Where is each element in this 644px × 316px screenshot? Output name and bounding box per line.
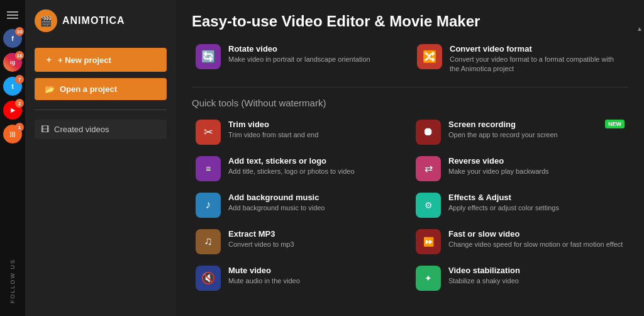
created-videos-label: Created videos (54, 125, 109, 134)
instagram-badge: 16 (15, 51, 24, 60)
rotate-video-title: Rotate video (228, 44, 370, 54)
trim-video-icon: ✂ (196, 120, 221, 145)
speed-video-desc: Change video speed for slow motion or fa… (448, 240, 623, 249)
logo-text: ANIMOTICA (62, 15, 125, 26)
effects-tool[interactable]: ⚙ Effects & Adjust Apply effects or adju… (412, 189, 628, 222)
effects-text: Effects & Adjust Apply effects or adjust… (448, 193, 559, 213)
folder-icon: 📂 (45, 84, 55, 94)
plus-icon: ＋ (45, 54, 53, 65)
main-content: Easy-to-use Video Editor & Movie Maker 🔄… (176, 0, 644, 316)
add-text-tool[interactable]: ≡ Add text, stickers or logo Add title, … (192, 152, 408, 185)
screen-recording-icon: ⏺ (416, 120, 441, 145)
top-tools-section: 🔄 Rotate video Make video in portrait or… (192, 40, 628, 87)
youtube-badge: 2 (15, 99, 24, 108)
reverse-video-desc: Make your video play backwards (448, 167, 549, 176)
stabilization-icon: ✦ (416, 266, 441, 291)
trim-video-tool[interactable]: ✂ Trim video Trim video from start and e… (192, 116, 408, 149)
twitter-icon[interactable]: t 7 (3, 77, 22, 96)
rotate-video-tool[interactable]: 🔄 Rotate video Make video in portrait or… (192, 40, 407, 78)
screen-recording-tool[interactable]: ⏺ Screen recording NEW Open the app to r… (412, 116, 628, 149)
rotate-video-icon: 🔄 (196, 44, 221, 69)
screen-recording-desc: Open the app to record your screen (448, 130, 625, 140)
scroll-up-button[interactable]: ▲ (636, 25, 643, 32)
stabilization-desc: Stabilize a shaky video (448, 276, 520, 286)
add-text-icon: ≡ (196, 156, 221, 181)
reverse-video-icon: ⇄ (416, 156, 441, 181)
rss-icon[interactable]: ))) 1 (3, 125, 22, 144)
youtube-icon[interactable]: ▶ 2 (3, 101, 22, 120)
convert-format-title: Convert video format (450, 44, 625, 54)
mute-video-text: Mute video Mute audio in the video (228, 266, 300, 286)
tools-grid: ✂ Trim video Trim video from start and e… (192, 116, 628, 295)
mute-video-tool[interactable]: 🔇 Mute video Mute audio in the video (192, 262, 408, 295)
facebook-icon[interactable]: f 10 (3, 29, 22, 48)
stabilization-title: Video stabilization (448, 266, 520, 275)
created-videos-button[interactable]: 🎞 Created videos (35, 120, 167, 139)
mute-video-icon: 🔇 (196, 266, 221, 291)
extract-mp3-tool[interactable]: ♫ Extract MP3 Convert video to mp3 (192, 225, 408, 258)
speed-video-title: Fast or slow video (448, 229, 623, 239)
effects-title: Effects & Adjust (448, 193, 559, 202)
follow-us-label: FOLLOW US (9, 259, 16, 303)
trim-video-desc: Trim video from start and end (228, 130, 318, 140)
stabilization-text: Video stabilization Stabilize a shaky vi… (448, 266, 520, 286)
speed-video-tool[interactable]: ⏩ Fast or slow video Change video speed … (412, 225, 628, 258)
social-bar: f 10 ig 16 t 7 ▶ 2 ))) 1 FOLLOW US (0, 0, 25, 316)
extract-mp3-icon: ♫ (196, 229, 221, 254)
trim-video-text: Trim video Trim video from start and end (228, 120, 318, 140)
new-project-button[interactable]: ＋ + New project (35, 48, 167, 72)
video-icon: 🎞 (41, 125, 49, 134)
instagram-icon[interactable]: ig 16 (3, 53, 22, 72)
extract-mp3-text: Extract MP3 Convert video to mp3 (228, 229, 294, 249)
add-text-text: Add text, stickers or logo Add title, st… (228, 156, 355, 176)
speed-video-text: Fast or slow video Change video speed fo… (448, 229, 623, 249)
convert-format-text: Convert video format Convert your video … (450, 44, 625, 74)
screen-recording-title: Screen recording NEW (448, 120, 625, 129)
speed-video-icon: ⏩ (416, 229, 441, 254)
add-music-text: Add background music Add background musi… (228, 193, 325, 213)
rotate-video-text: Rotate video Make video in portrait or l… (228, 44, 370, 64)
add-music-desc: Add background music to video (228, 203, 325, 213)
screen-recording-text: Screen recording NEW Open the app to rec… (448, 120, 625, 140)
sidebar-divider (35, 110, 167, 110)
mute-video-desc: Mute audio in the video (228, 276, 300, 286)
trim-video-title: Trim video (228, 120, 318, 129)
add-text-desc: Add title, stickers, logo or photos to v… (228, 167, 355, 176)
effects-desc: Apply effects or adjust color settings (448, 203, 559, 213)
convert-format-tool[interactable]: 🔀 Convert video format Convert your vide… (413, 40, 628, 78)
reverse-video-text: Reverse video Make your video play backw… (448, 156, 549, 176)
reverse-video-tool[interactable]: ⇄ Reverse video Make your video play bac… (412, 152, 628, 185)
extract-mp3-desc: Convert video to mp3 (228, 240, 294, 249)
add-text-title: Add text, stickers or logo (228, 156, 355, 166)
logo-icon: 🎬 (35, 9, 57, 32)
stabilization-tool[interactable]: ✦ Video stabilization Stabilize a shaky … (412, 262, 628, 295)
rotate-video-desc: Make video in portrait or landscape orie… (228, 55, 370, 64)
logo-area: 🎬 ANIMOTICA (35, 9, 167, 32)
mute-video-title: Mute video (228, 266, 300, 275)
open-project-button[interactable]: 📂 Open a project (35, 78, 167, 100)
quick-tools-header: Quick tools (Without watermark) (192, 98, 628, 108)
reverse-video-title: Reverse video (448, 156, 549, 166)
convert-format-desc: Convert your video format to a format co… (450, 55, 625, 74)
add-music-tool[interactable]: ♪ Add background music Add background mu… (192, 189, 408, 222)
twitter-badge: 7 (15, 75, 24, 84)
effects-icon: ⚙ (416, 193, 441, 218)
add-music-title: Add background music (228, 193, 325, 202)
new-project-label: + New project (58, 55, 111, 65)
open-project-label: Open a project (60, 84, 117, 94)
convert-format-icon: 🔀 (417, 44, 442, 69)
hamburger-menu[interactable] (0, 6, 25, 24)
extract-mp3-title: Extract MP3 (228, 229, 294, 239)
rss-badge: 1 (15, 123, 24, 132)
new-badge: NEW (605, 120, 625, 128)
page-title: Easy-to-use Video Editor & Movie Maker (192, 13, 628, 30)
sidebar: 🎬 ANIMOTICA ＋ + New project 📂 Open a pro… (25, 0, 176, 316)
add-music-icon: ♪ (196, 193, 221, 218)
facebook-badge: 10 (15, 27, 24, 36)
quick-tools-sub: (Without watermark) (241, 98, 326, 108)
